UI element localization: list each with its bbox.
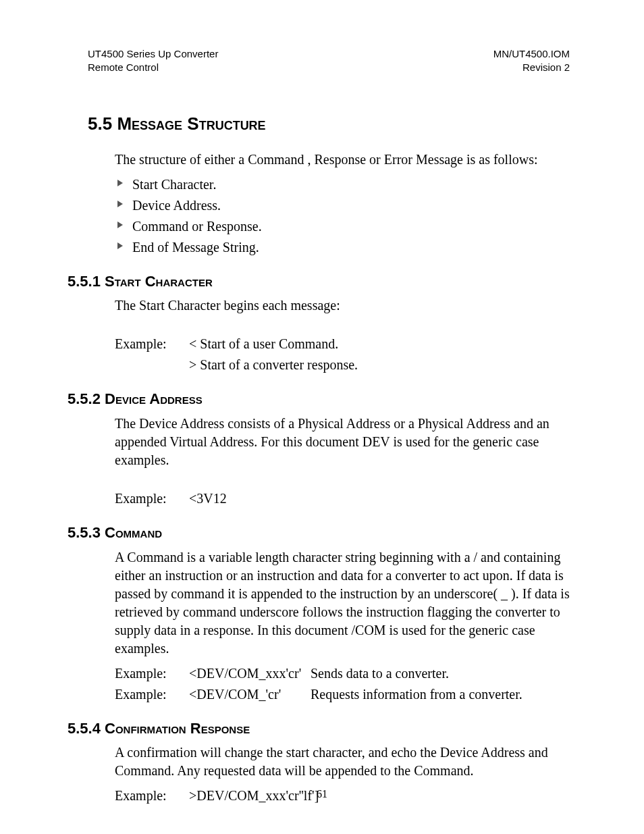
header-right-line2: Revision 2 bbox=[493, 61, 570, 74]
page-number: 61 bbox=[0, 787, 644, 802]
example-label-empty bbox=[115, 356, 189, 374]
list-item: End of Message String. bbox=[115, 238, 570, 257]
subsection-title: Start Character bbox=[105, 273, 213, 290]
subsection-heading: 5.5.4 Confirmation Response bbox=[68, 719, 570, 739]
subsection-body: The Start Character begins each message:… bbox=[115, 296, 570, 374]
triangle-right-icon bbox=[117, 180, 123, 186]
example-code: <DEV/COM_xxx'cr' bbox=[189, 664, 311, 683]
section-body: The structure of either a Command , Resp… bbox=[115, 151, 570, 257]
list-item-text: Start Character. bbox=[132, 177, 216, 192]
header-left-line1: UT4500 Series Up Converter bbox=[88, 47, 218, 61]
document-page: UT4500 Series Up Converter Remote Contro… bbox=[0, 0, 644, 834]
header-right-line1: MN/UT4500.IOM bbox=[493, 47, 570, 61]
example-text: < Start of a user Command. bbox=[189, 335, 570, 353]
example-label: Example: bbox=[115, 335, 189, 353]
subsection-number: 5.5.3 bbox=[68, 524, 101, 541]
example-row: Example: <DEV/COM_xxx'cr' Sends data to … bbox=[115, 664, 570, 683]
subsection-body: The Device Address consists of a Physica… bbox=[115, 415, 570, 508]
header-left-line2: Remote Control bbox=[88, 61, 218, 74]
running-header: UT4500 Series Up Converter Remote Contro… bbox=[88, 47, 570, 75]
triangle-right-icon bbox=[117, 201, 123, 207]
triangle-right-icon bbox=[117, 242, 123, 249]
example-value: <3V12 bbox=[189, 490, 570, 508]
example-label: Example: bbox=[115, 685, 189, 704]
header-right: MN/UT4500.IOM Revision 2 bbox=[493, 47, 570, 75]
structure-list: Start Character. Device Address. Command… bbox=[115, 176, 570, 257]
example-row: Example: <DEV/COM_'cr' Requests informat… bbox=[115, 685, 570, 704]
triangle-right-icon bbox=[117, 221, 123, 228]
subsection-number: 5.5.2 bbox=[68, 390, 101, 407]
subsection-title: Command bbox=[105, 524, 162, 541]
example-description: Sends data to a converter. bbox=[311, 664, 570, 683]
list-item-text: Command or Response. bbox=[132, 219, 262, 234]
list-item: Command or Response. bbox=[115, 217, 570, 236]
list-item: Device Address. bbox=[115, 197, 570, 215]
subsection-heading: 5.5.2 Device Address bbox=[68, 389, 570, 409]
paragraph: The Start Character begins each message: bbox=[115, 296, 570, 315]
example-label: Example: bbox=[115, 664, 189, 683]
section-heading: 5.5 Message Structure bbox=[88, 112, 570, 136]
paragraph: The Device Address consists of a Physica… bbox=[115, 415, 570, 469]
section-number: 5.5 bbox=[88, 113, 112, 134]
subsection-title: Device Address bbox=[105, 390, 203, 407]
intro-paragraph: The structure of either a Command , Resp… bbox=[115, 151, 570, 169]
example-label: Example: bbox=[115, 490, 189, 508]
paragraph: A confirmation will change the start cha… bbox=[115, 744, 570, 780]
example-row: Example: < Start of a user Command. bbox=[115, 335, 570, 353]
list-item: Start Character. bbox=[115, 176, 570, 194]
subsection-title: Confirmation Response bbox=[105, 720, 250, 737]
example-text: > Start of a converter response. bbox=[189, 356, 570, 374]
subsection-heading: 5.5.3 Command bbox=[68, 523, 570, 543]
example-description: Requests information from a converter. bbox=[311, 685, 570, 704]
subsection-heading: 5.5.1 Start Character bbox=[68, 271, 570, 292]
example-code: <DEV/COM_'cr' bbox=[189, 685, 311, 704]
header-left: UT4500 Series Up Converter Remote Contro… bbox=[88, 47, 218, 75]
subsection-body: A Command is a variable length character… bbox=[115, 548, 570, 704]
section-title: Message Structure bbox=[117, 113, 265, 134]
example-row: Example: <3V12 bbox=[115, 490, 570, 508]
subsection-number: 5.5.1 bbox=[68, 273, 101, 290]
subsection-number: 5.5.4 bbox=[68, 720, 101, 737]
paragraph: A Command is a variable length character… bbox=[115, 548, 570, 658]
list-item-text: End of Message String. bbox=[132, 240, 259, 255]
example-row: > Start of a converter response. bbox=[115, 356, 570, 374]
list-item-text: Device Address. bbox=[132, 198, 221, 213]
